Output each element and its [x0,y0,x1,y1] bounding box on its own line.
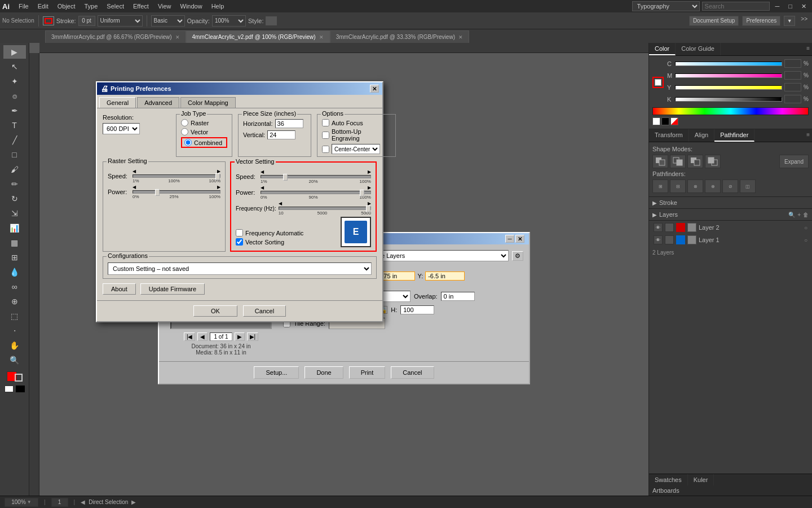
minimize-btn[interactable]: ─ [772,2,783,11]
raster-speed-left-arrow[interactable]: ◀ [133,169,136,174]
layer2-options[interactable]: ○ [804,225,807,231]
print-cancel-btn[interactable]: Cancel [391,366,434,379]
shape-mode-3[interactable] [687,155,703,168]
tab-0-close[interactable]: ✕ [175,34,180,40]
m-slider[interactable] [675,73,782,78]
layer1-visibility-btn[interactable]: 👁 [654,235,663,244]
stroke-swatch-tool[interactable] [15,374,23,382]
radio-vector[interactable] [181,128,188,135]
tool-direct-select[interactable]: ↖ [3,60,26,73]
shape-mode-4[interactable] [705,155,721,168]
radio-combined[interactable] [184,139,192,146]
vector-power-track[interactable] [261,191,371,194]
menu-effect[interactable]: Effect [129,2,153,11]
print-btn[interactable]: Print [349,366,386,379]
pref-tab-general[interactable]: General [99,97,136,108]
pref-close-btn[interactable]: ✕ [370,85,379,93]
pref-tab-color-mapping[interactable]: Color Mapping [180,97,236,108]
white-swatch[interactable] [652,117,660,125]
tab-2[interactable]: 3mmClearAcrylic.pdf @ 33.33% (RGB/Previe… [330,30,469,43]
color-guide-tab[interactable]: Color Guide [676,43,721,55]
raster-speed-track[interactable] [133,174,220,178]
black-swatch[interactable] [661,117,669,125]
pathfinder-6[interactable]: ◫ [740,179,756,193]
tool-magic-wand[interactable]: ✦ [3,75,26,88]
pathfinder-5[interactable]: ⊘ [722,179,738,193]
search-layers-icon[interactable]: 🔍 [788,212,795,218]
toolbar-options-btn[interactable]: ▼ [784,16,795,26]
tool-slice[interactable]: ⬝ [3,324,26,338]
layer2-target-btn[interactable] [665,223,674,232]
setup-btn[interactable]: Setup... [254,366,299,379]
layers-triangle[interactable]: ▶ [652,212,657,218]
none-swatch[interactable] [670,117,678,125]
tool-lasso[interactable]: ⌾ [3,89,26,103]
stroke-triangle[interactable]: ▶ [652,200,657,206]
menu-object[interactable]: Object [53,2,80,11]
layer1-options[interactable]: ○ [804,237,807,243]
typography-dropdown[interactable]: Typography [632,1,700,11]
tool-line[interactable]: ╱ [3,133,26,147]
vector-speed-track[interactable] [261,175,371,178]
y-value-color[interactable] [784,83,801,91]
nav-first-btn[interactable]: |◀ [184,332,196,341]
vertical-input[interactable] [267,130,295,139]
config-select[interactable]: Custom Setting – not saved [108,262,372,275]
c-value[interactable] [784,59,801,68]
tool-blend[interactable]: ∞ [3,280,26,294]
menu-view[interactable]: View [153,2,176,11]
tool-graph[interactable]: 📊 [3,221,26,235]
maximize-btn[interactable]: □ [785,2,796,11]
tab-0[interactable]: 3mmMirrorAcrylic.pdf @ 66.67% (RGB/Previ… [45,30,186,43]
center-select[interactable]: Center-Center [332,144,380,154]
tool-pencil[interactable]: ✏ [3,177,26,191]
vector-power-right-arrow[interactable]: ▶ [368,185,371,190]
pathfinder-tab[interactable]: Pathfinder [714,129,754,142]
about-btn[interactable]: About [103,283,136,295]
resolution-select[interactable]: 600 DPI [103,123,140,134]
layer2-visibility-btn[interactable]: 👁 [654,223,663,232]
tool-rotate[interactable]: ↻ [3,192,26,205]
zoom-display[interactable]: 100% ▼ [5,498,38,507]
align-tab[interactable]: Align [689,129,714,142]
horizontal-input[interactable] [275,119,303,128]
raster-power-left-arrow[interactable]: ◀ [133,185,136,190]
menu-file[interactable]: File [14,2,33,11]
k-slider[interactable] [675,97,782,102]
add-layer-icon[interactable]: + [797,212,801,218]
color-tab[interactable]: Color [649,43,676,55]
panel-menu-btn[interactable]: ≡ [804,43,812,55]
kuler-tab[interactable]: Kuler [688,474,714,485]
m-value[interactable] [784,71,801,80]
k-value[interactable] [784,95,801,103]
menu-select[interactable]: Select [102,2,129,11]
stroke-type-select[interactable]: Uniform [98,15,143,27]
raster-power-thumb[interactable] [155,189,160,196]
preferences-btn[interactable]: Preferences [742,16,780,26]
color-spectrum[interactable] [652,107,809,115]
close-btn[interactable]: ✕ [798,2,810,11]
tool-mesh[interactable]: ⊞ [3,251,26,264]
done-btn[interactable]: Done [304,366,343,379]
page-display[interactable]: 1 [51,498,68,507]
delete-layer-icon[interactable]: 🗑 [803,212,809,218]
tab-1-close[interactable]: ✕ [319,34,324,40]
bottom-up-checkbox[interactable] [322,132,329,139]
vector-speed-right-arrow[interactable]: ▶ [368,169,371,174]
expand-btn[interactable]: Expand [779,155,809,168]
fill-icon[interactable] [652,77,664,88]
opacity-select[interactable]: 100% [212,15,246,27]
center-checkbox[interactable] [322,146,329,153]
nav-next-btn[interactable]: ▶ [235,332,245,341]
tool-artboard[interactable]: ⬚ [3,309,26,323]
tool-paintbrush[interactable]: 🖌 [3,163,26,176]
tool-select[interactable]: ▶ [3,45,26,59]
pathfinder-3[interactable]: ⊗ [687,179,703,193]
tool-scale[interactable]: ⇲ [3,207,26,220]
tab-2-close[interactable]: ✕ [458,34,463,40]
mode-normal[interactable] [5,386,14,392]
raster-speed-thumb[interactable] [215,173,220,180]
pathfinder-1[interactable]: ⊞ [652,179,668,193]
tab-1[interactable]: 4mmClearAcrylic_v2.pdf @ 100% (RGB/Previ… [186,30,330,43]
swatches-tab[interactable]: Swatches [649,474,688,485]
